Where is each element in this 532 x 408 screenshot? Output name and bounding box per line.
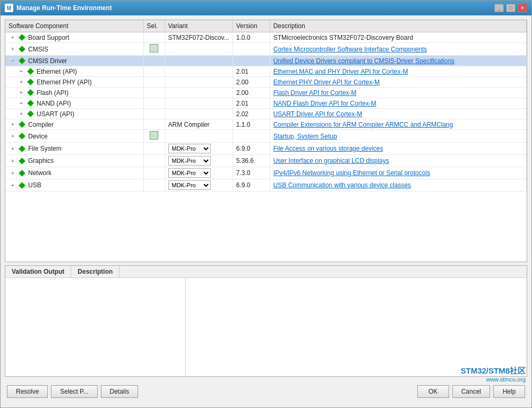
table-row: −CMSIS DriverUnified Device Drivers comp…: [5, 56, 527, 66]
window-body: Software Component Sel. Variant Version …: [1, 15, 531, 407]
expand-icon[interactable]: +: [10, 146, 16, 152]
bottom-header: Validation Output Description: [5, 266, 527, 278]
component-label: CMSIS: [28, 46, 48, 53]
component-name-cell: +USART (API): [18, 110, 140, 118]
table-row: +DeviceStartup, System Setup: [5, 130, 527, 143]
diamond-icon: [19, 170, 25, 177]
variant-cell: MDK-Pro: [165, 167, 233, 179]
version-cell: 6.9.0: [233, 143, 270, 155]
variant-dropdown[interactable]: MDK-Pro: [168, 144, 211, 153]
description-link[interactable]: Compiler Extensions for ARM Compiler ARM…: [273, 121, 453, 128]
table-container: Software Component Sel. Variant Version …: [5, 20, 527, 262]
description-link[interactable]: Flash Driver API for Cortex-M: [273, 89, 357, 97]
component-label: USART (API): [37, 110, 74, 118]
expand-icon[interactable]: −: [10, 58, 16, 64]
component-name-cell: +Ethernet (API): [18, 68, 140, 75]
footer-right: OK Cancel Help: [417, 385, 525, 398]
description-link[interactable]: Ethernet MAC and PHY Driver API for Cort…: [273, 68, 408, 75]
description-link[interactable]: NAND Flash Driver API for Cortex-M: [273, 100, 376, 107]
table-row: +Ethernet PHY (API)2.00Ethernet PHY Driv…: [5, 77, 527, 88]
variant-cell: [165, 88, 233, 98]
variant-dropdown[interactable]: MDK-Pro: [168, 156, 211, 166]
description-link[interactable]: Unified Device Drivers compliant to CMSI…: [273, 57, 454, 65]
expand-icon[interactable]: +: [18, 90, 24, 96]
description-link[interactable]: IPv4/IPv6 Networking using Ethernet or S…: [273, 169, 430, 177]
expand-icon[interactable]: +: [18, 68, 24, 74]
component-name-cell: +Ethernet PHY (API): [18, 79, 140, 86]
version-cell: 2.02: [233, 109, 270, 119]
window-title: Manage Run-Time Environment: [16, 4, 112, 12]
expand-icon[interactable]: +: [10, 133, 16, 139]
minimize-button[interactable]: _: [494, 4, 504, 12]
col-header-sel: Sel.: [143, 20, 165, 32]
expand-icon[interactable]: +: [18, 111, 24, 117]
variant-cell: [165, 109, 233, 119]
variant-cell: [165, 98, 233, 109]
description-link[interactable]: USART Driver API for Cortex-M: [273, 110, 363, 118]
sel-checkbox[interactable]: [150, 131, 158, 140]
diamond-icon: [19, 182, 25, 189]
expand-icon[interactable]: +: [10, 170, 16, 176]
description-link[interactable]: User Interface on graphical LCD displays: [273, 157, 389, 164]
description-cell: USART Driver API for Cortex-M: [270, 109, 526, 119]
sel-cell: [143, 32, 165, 43]
expand-icon[interactable]: +: [10, 158, 16, 164]
sel-cell: [143, 109, 165, 119]
component-label: NAND (API): [37, 100, 71, 107]
version-cell: [233, 43, 270, 56]
variant-cell: MDK-Pro: [165, 179, 233, 192]
component-label: Ethernet PHY (API): [37, 79, 92, 86]
description-link[interactable]: USB Communication with various device cl…: [273, 181, 411, 189]
component-label: Network: [28, 169, 52, 177]
variant-cell: MDK-Pro: [165, 143, 233, 155]
sel-cell: [143, 56, 165, 66]
sel-cell: [143, 143, 165, 155]
version-cell: 2.00: [233, 88, 270, 98]
expand-icon[interactable]: +: [10, 183, 16, 188]
component-label: CMSIS Driver: [28, 57, 67, 65]
component-label: Device: [28, 133, 48, 140]
table-row: +CompilerARM Compiler1.1.0Compiler Exten…: [5, 119, 527, 130]
description-link[interactable]: Ethernet PHY Driver API for Cortex-M: [273, 79, 380, 86]
component-table: Software Component Sel. Variant Version …: [5, 20, 527, 192]
variant-dropdown[interactable]: MDK-Pro: [168, 180, 211, 190]
description-link[interactable]: Startup, System Setup: [273, 133, 337, 140]
expand-icon[interactable]: +: [10, 46, 16, 52]
help-button[interactable]: Help: [493, 385, 525, 398]
component-name-cell: +Graphics: [10, 157, 140, 164]
maximize-button[interactable]: □: [506, 4, 516, 12]
sel-cell: [143, 88, 165, 98]
description-cell: Ethernet PHY Driver API for Cortex-M: [270, 77, 526, 88]
component-name-cell: +USB: [10, 181, 140, 189]
expand-icon[interactable]: +: [18, 100, 24, 106]
table-row: +CMSISCortex Microcontroller Software In…: [5, 43, 527, 56]
sel-checkbox[interactable]: [150, 44, 158, 53]
description-cell: Flash Driver API for Cortex-M: [270, 88, 526, 98]
description-link[interactable]: Cortex Microcontroller Software Interfac…: [273, 46, 427, 53]
expand-icon[interactable]: +: [10, 121, 16, 127]
component-name-cell: +File System: [10, 145, 140, 152]
table-header-row: Software Component Sel. Variant Version …: [5, 20, 527, 32]
description-cell: Compiler Extensions for ARM Compiler ARM…: [270, 119, 526, 130]
variant-dropdown[interactable]: MDK-Pro: [168, 168, 211, 178]
details-button[interactable]: Details: [101, 385, 139, 398]
resolve-button[interactable]: Resolve: [7, 385, 48, 398]
ok-button[interactable]: OK: [417, 385, 449, 398]
variant-cell: ARM Compiler: [165, 119, 233, 130]
description-cell: STMicroelectronics STM32F072-Discovery B…: [270, 32, 526, 43]
description-cell: File Access on various storage devices: [270, 143, 526, 155]
expand-icon[interactable]: +: [18, 79, 24, 85]
description-link[interactable]: File Access on various storage devices: [273, 145, 383, 152]
cancel-button[interactable]: Cancel: [452, 385, 490, 398]
table-body: +Board SupportSTM32F072-Discov...1.0.0ST…: [5, 32, 527, 192]
diamond-icon: [19, 34, 25, 41]
expand-icon[interactable]: +: [10, 34, 16, 40]
title-buttons: _ □ ✕: [494, 4, 527, 12]
select-p-button[interactable]: Select P...: [51, 385, 97, 398]
variant-cell: [165, 43, 233, 56]
diamond-icon: [27, 89, 34, 96]
variant-cell: STM32F072-Discov...: [165, 32, 233, 43]
description-cell: Cortex Microcontroller Software Interfac…: [270, 43, 526, 56]
variant-cell: [165, 77, 233, 88]
close-button[interactable]: ✕: [518, 4, 527, 12]
